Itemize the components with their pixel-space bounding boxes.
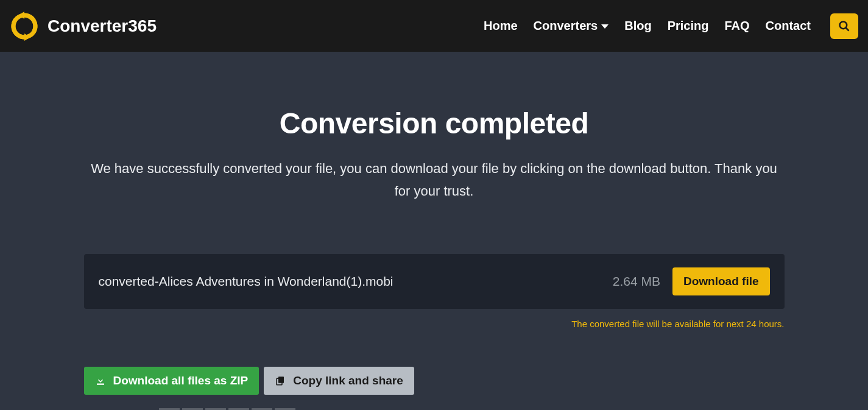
nav-blog[interactable]: Blog bbox=[624, 19, 651, 33]
main-nav: Home Converters Blog Pricing FAQ Contact bbox=[484, 13, 858, 39]
download-file-button[interactable]: Download file bbox=[672, 267, 770, 295]
file-size: 2.64 MB bbox=[613, 274, 660, 289]
retention-note: The converted file will be available for… bbox=[84, 319, 785, 329]
nav-faq[interactable]: FAQ bbox=[724, 19, 749, 33]
download-zip-label: Download all files as ZIP bbox=[113, 374, 249, 387]
svg-rect-4 bbox=[97, 383, 104, 384]
converted-file-card: converted-Alices Adventures in Wonderlan… bbox=[84, 254, 785, 309]
svg-rect-5 bbox=[278, 376, 284, 383]
download-icon bbox=[95, 375, 106, 386]
page-subtitle: We have successfully converted your file… bbox=[84, 157, 785, 203]
file-name: converted-Alices Adventures in Wonderlan… bbox=[99, 274, 613, 289]
page-title: Conversion completed bbox=[84, 107, 785, 140]
nav-converters-label: Converters bbox=[534, 19, 598, 33]
search-icon bbox=[838, 20, 850, 32]
copy-icon bbox=[275, 375, 286, 386]
search-button[interactable] bbox=[830, 13, 858, 39]
refresh-circle-icon bbox=[10, 12, 39, 41]
nav-converters[interactable]: Converters bbox=[534, 19, 609, 33]
copy-link-label: Copy link and share bbox=[293, 374, 403, 387]
main-content: Conversion completed We have successfull… bbox=[84, 52, 785, 410]
actions-row: Download all files as ZIP Copy link and … bbox=[84, 367, 785, 395]
chevron-down-icon bbox=[601, 24, 609, 29]
svg-line-3 bbox=[846, 27, 849, 30]
download-zip-button[interactable]: Download all files as ZIP bbox=[84, 367, 259, 395]
copy-link-button[interactable]: Copy link and share bbox=[264, 367, 414, 395]
nav-home[interactable]: Home bbox=[484, 19, 518, 33]
svg-point-2 bbox=[840, 21, 847, 29]
nav-contact[interactable]: Contact bbox=[766, 19, 811, 33]
nav-pricing[interactable]: Pricing bbox=[668, 19, 709, 33]
logo[interactable]: Converter365 bbox=[10, 12, 157, 41]
header: Converter365 Home Converters Blog Pricin… bbox=[0, 0, 868, 52]
brand-name: Converter365 bbox=[48, 16, 157, 36]
